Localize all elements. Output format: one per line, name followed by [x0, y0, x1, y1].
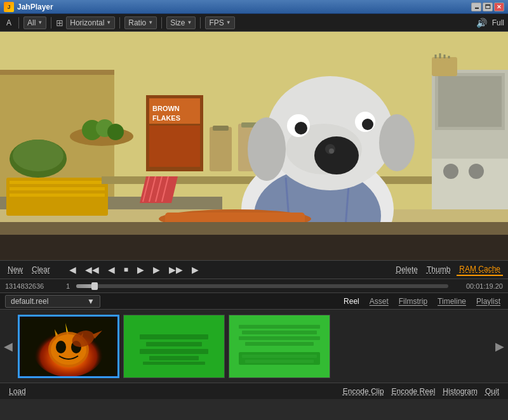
- tab-filmstrip[interactable]: Filmstrip: [396, 296, 430, 307]
- controls-bar: New Clear ◀ ◀◀ ◀ ■ ▶ ▶ ▶▶ ▶ Delete Thumb…: [0, 260, 508, 279]
- size-arrow: ▼: [187, 20, 192, 25]
- svg-rect-3: [0, 70, 114, 75]
- svg-point-68: [56, 341, 66, 353]
- all-dropdown[interactable]: All ▼: [23, 16, 46, 29]
- encode-clip-button[interactable]: Encode Clip: [339, 386, 388, 397]
- thumbnail-3[interactable]: [229, 315, 330, 378]
- svg-rect-54: [432, 57, 457, 76]
- fps-dropdown[interactable]: FPS ▼: [205, 16, 234, 29]
- svg-point-41: [329, 148, 334, 154]
- svg-rect-76: [149, 356, 199, 360]
- sep5: [200, 17, 201, 29]
- sep2: [51, 17, 51, 29]
- sep1: [18, 17, 19, 29]
- tab-reel[interactable]: Reel: [341, 296, 362, 307]
- svg-point-39: [314, 136, 359, 174]
- thumb-3-image: [229, 315, 330, 377]
- svg-rect-59: [0, 235, 508, 260]
- svg-rect-82: [245, 342, 314, 346]
- svg-rect-9: [10, 187, 105, 190]
- svg-rect-77: [143, 362, 205, 365]
- volume-icon[interactable]: 🔊: [476, 18, 487, 28]
- svg-rect-84: [242, 355, 317, 358]
- frame-counter: 1314832636: [5, 282, 62, 290]
- svg-rect-60: [0, 222, 508, 235]
- size-dropdown[interactable]: Size ▼: [166, 16, 196, 29]
- svg-text:BROWN: BROWN: [152, 105, 180, 112]
- play-button[interactable]: ▶: [135, 263, 147, 276]
- title-left: J JahPlayer: [4, 2, 53, 12]
- toolbar: A All ▼ ⊞ Horizontal ▼ Ratio ▼ Size ▼ FP…: [0, 14, 508, 32]
- svg-rect-74: [146, 342, 202, 346]
- load-button[interactable]: Load: [5, 386, 30, 397]
- quit-button[interactable]: Quit: [481, 386, 503, 397]
- histogram-button[interactable]: Histogram: [439, 386, 481, 397]
- tab-asset[interactable]: Asset: [367, 296, 391, 307]
- step-back-button[interactable]: ◀: [105, 263, 117, 276]
- svg-rect-8: [10, 181, 105, 184]
- fast-fwd-button[interactable]: ▶▶: [166, 263, 185, 276]
- tab-timeline[interactable]: Timeline: [435, 296, 469, 307]
- reel-dropdown[interactable]: default.reel ▼: [5, 295, 100, 308]
- step-fwd-button[interactable]: ▶: [150, 263, 163, 276]
- svg-point-6: [13, 140, 64, 171]
- encode-reel-button[interactable]: Encode Reel: [388, 386, 439, 397]
- minimize-button[interactable]: 🗕: [471, 3, 481, 11]
- progress-bar[interactable]: [76, 284, 448, 288]
- svg-point-44: [295, 122, 307, 135]
- full-label[interactable]: Full: [492, 18, 504, 27]
- next-frame-button[interactable]: ▶: [189, 263, 201, 276]
- new-button[interactable]: New: [5, 264, 25, 275]
- all-dropdown-arrow: ▼: [37, 20, 43, 25]
- maximize-button[interactable]: 🗖: [483, 3, 493, 11]
- panel-scroll-left[interactable]: ◀: [4, 339, 13, 353]
- stop-button[interactable]: ■: [121, 264, 131, 275]
- prev-frame-button[interactable]: ◀: [67, 263, 79, 276]
- svg-rect-50: [438, 76, 502, 127]
- bottom-bar: Load Encode Clip Encode Reel Histogram Q…: [0, 383, 508, 399]
- svg-point-37: [379, 114, 415, 171]
- delete-button[interactable]: Delete: [393, 264, 420, 275]
- panel-scroll-right[interactable]: ▶: [495, 339, 504, 353]
- panel-selector: default.reel ▼ Reel Asset Filmstrip Time…: [0, 293, 508, 310]
- close-button[interactable]: ✕: [494, 3, 504, 11]
- ram-cache-button[interactable]: RAM Cache: [457, 263, 503, 276]
- svg-rect-20: [210, 127, 232, 171]
- reel-name: default.reel: [11, 297, 48, 306]
- svg-point-45: [362, 119, 373, 130]
- svg-rect-10: [10, 194, 105, 197]
- svg-rect-73: [140, 334, 208, 339]
- svg-rect-15: [149, 126, 200, 167]
- fps-arrow: ▼: [226, 20, 231, 25]
- app-title: JahPlayer: [17, 3, 53, 11]
- svg-rect-80: [242, 331, 317, 334]
- svg-rect-78: [229, 315, 330, 377]
- svg-text:FLAKES: FLAKES: [152, 114, 180, 122]
- svg-rect-51: [432, 159, 508, 209]
- svg-point-19: [107, 124, 124, 140]
- track-label: A: [6, 18, 11, 27]
- thumbnail-2[interactable]: [123, 315, 225, 378]
- sep4: [161, 17, 162, 29]
- horizontal-dropdown[interactable]: Horizontal ▼: [66, 16, 115, 29]
- horizontal-arrow: ▼: [106, 20, 111, 25]
- track-selector[interactable]: A: [4, 17, 14, 29]
- clear-button[interactable]: Clear: [29, 264, 53, 275]
- svg-rect-21: [213, 126, 229, 131]
- window-controls: 🗕 🗖 ✕: [471, 3, 504, 11]
- thumbnail-1[interactable]: [18, 315, 119, 378]
- rewind-button[interactable]: ◀◀: [83, 263, 102, 276]
- ratio-dropdown[interactable]: Ratio ▼: [124, 16, 157, 29]
- tab-playlist[interactable]: Playlist: [474, 296, 503, 307]
- svg-rect-79: [239, 325, 320, 329]
- thumb-1-image: [20, 317, 117, 376]
- svg-rect-75: [140, 349, 208, 354]
- svg-rect-81: [239, 336, 320, 340]
- progress-area: 1314832636 1 00:01:19.20: [0, 279, 508, 293]
- thumb-button[interactable]: Thumb: [424, 264, 453, 275]
- app-icon: J: [4, 2, 14, 12]
- panel-tabs: Reel Asset Filmstrip Timeline Playlist: [341, 296, 503, 307]
- svg-point-36: [248, 117, 286, 181]
- progress-handle[interactable]: [91, 282, 98, 290]
- current-frame-indicator: 1: [66, 282, 70, 290]
